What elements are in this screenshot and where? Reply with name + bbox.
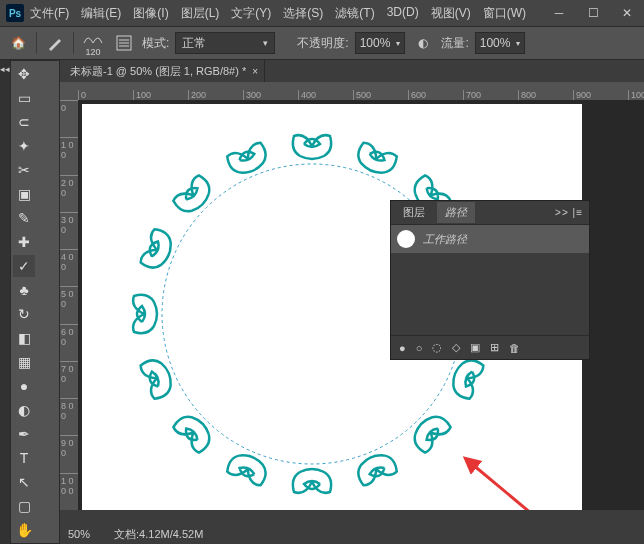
delete-path-icon[interactable]: 🗑 — [509, 342, 520, 354]
history-brush-tool[interactable]: ↻ — [13, 303, 35, 325]
shape-tool[interactable]: ▢ — [13, 495, 35, 517]
crop-tool[interactable]: ✂ — [13, 159, 35, 181]
options-bar: 🏠 120 模式: 正常 不透明度: 100% ◐ 流量: 100% — [0, 26, 644, 60]
panel-menu-icon[interactable]: >> |≡ — [555, 207, 583, 218]
brush-size-label: 120 — [85, 47, 100, 57]
maximize-button[interactable]: ☐ — [576, 0, 610, 26]
close-button[interactable]: ✕ — [610, 0, 644, 26]
menu-type[interactable]: 文字(Y) — [231, 5, 271, 22]
hand-tool[interactable]: ✋ — [13, 519, 35, 541]
minimize-button[interactable]: ─ — [542, 0, 576, 26]
titlebar: Ps 文件(F) 编辑(E) 图像(I) 图层(L) 文字(Y) 选择(S) 滤… — [0, 0, 644, 26]
frame-tool[interactable]: ▣ — [13, 183, 35, 205]
path-thumbnail — [397, 230, 415, 248]
magic-wand-tool[interactable]: ✦ — [13, 135, 35, 157]
toolbox: ✥ ▭ ⊂ ✦ ✂ ▣ ✎ ✚ ✓ ♣ ↻ ◧ ▦ ● ◐ ✒ T ↖ ▢ ✋ … — [10, 60, 60, 544]
menu-select[interactable]: 选择(S) — [283, 5, 323, 22]
stroke-path-icon[interactable]: ○ — [416, 342, 423, 354]
path-select-tool[interactable]: ↖ — [13, 471, 35, 493]
zoom-level[interactable]: 50% — [68, 528, 90, 540]
brush-preview[interactable]: 120 — [80, 29, 106, 57]
fill-path-icon[interactable]: ● — [399, 342, 406, 354]
home-icon[interactable]: 🏠 — [6, 31, 30, 55]
eyedropper-tool[interactable]: ✎ — [13, 207, 35, 229]
path-to-selection-icon[interactable]: ◌ — [432, 341, 442, 354]
menu-3d[interactable]: 3D(D) — [387, 5, 419, 22]
menu-window[interactable]: 窗口(W) — [483, 5, 526, 22]
healing-tool[interactable]: ✚ — [13, 231, 35, 253]
menu-view[interactable]: 视图(V) — [431, 5, 471, 22]
eraser-tool[interactable]: ◧ — [13, 327, 35, 349]
flow-label: 流量: — [441, 35, 468, 52]
type-tool[interactable]: T — [13, 447, 35, 469]
opacity-label: 不透明度: — [297, 35, 348, 52]
gradient-tool[interactable]: ▦ — [13, 351, 35, 373]
tool-preset-icon[interactable] — [43, 31, 67, 55]
paths-panel[interactable]: 图层 路径 >> |≡ 工作路径 ● ○ ◌ ◇ ▣ ⊞ 🗑 — [390, 200, 590, 360]
brush-settings-icon[interactable] — [112, 31, 136, 55]
path-name: 工作路径 — [423, 232, 467, 247]
ruler-vertical[interactable]: 01 0 02 0 03 0 04 0 05 0 06 0 07 0 08 0 … — [60, 100, 78, 510]
opacity-field[interactable]: 100% — [355, 32, 406, 54]
document-tab-title: 未标题-1 @ 50% (图层 1, RGB/8#) * — [70, 64, 246, 79]
dodge-tool[interactable]: ◐ — [13, 399, 35, 421]
app-logo: Ps — [6, 4, 24, 22]
ruler-horizontal[interactable]: 01002003004005006007008009001000 — [60, 82, 644, 100]
blur-tool[interactable]: ● — [13, 375, 35, 397]
scrollbar-horizontal[interactable] — [60, 510, 644, 524]
pressure-opacity-icon[interactable]: ◐ — [411, 31, 435, 55]
mode-label: 模式: — [142, 35, 169, 52]
flow-field[interactable]: 100% — [475, 32, 526, 54]
document-tabs: 未标题-1 @ 50% (图层 1, RGB/8#) * × — [60, 60, 644, 82]
new-path-icon[interactable]: ⊞ — [490, 341, 499, 354]
paths-footer: ● ○ ◌ ◇ ▣ ⊞ 🗑 — [391, 335, 589, 359]
pen-tool[interactable]: ✒ — [13, 423, 35, 445]
document-tab[interactable]: 未标题-1 @ 50% (图层 1, RGB/8#) * × — [64, 60, 265, 82]
blend-mode-select[interactable]: 正常 — [175, 32, 275, 54]
left-dock-toggle[interactable]: ◂◂ — [0, 60, 10, 544]
brush-tool[interactable]: ✓ — [13, 255, 35, 277]
path-item[interactable]: 工作路径 — [391, 225, 589, 253]
menu-edit[interactable]: 编辑(E) — [81, 5, 121, 22]
layers-tab[interactable]: 图层 — [397, 202, 431, 223]
lasso-tool[interactable]: ⊂ — [13, 111, 35, 133]
doc-info[interactable]: 文档:4.12M/4.52M — [114, 527, 203, 542]
main-menu: 文件(F) 编辑(E) 图像(I) 图层(L) 文字(Y) 选择(S) 滤镜(T… — [30, 5, 542, 22]
marquee-tool[interactable]: ▭ — [13, 87, 35, 109]
menu-file[interactable]: 文件(F) — [30, 5, 69, 22]
menu-image[interactable]: 图像(I) — [133, 5, 168, 22]
paths-tab[interactable]: 路径 — [437, 202, 475, 223]
add-mask-icon[interactable]: ▣ — [470, 341, 480, 354]
move-tool[interactable]: ✥ — [13, 63, 35, 85]
tab-close-icon[interactable]: × — [252, 66, 258, 77]
menu-filter[interactable]: 滤镜(T) — [335, 5, 374, 22]
menu-layer[interactable]: 图层(L) — [181, 5, 220, 22]
status-bar: 50% 文档:4.12M/4.52M — [60, 524, 644, 544]
window-controls: ─ ☐ ✕ — [542, 0, 644, 26]
selection-to-path-icon[interactable]: ◇ — [452, 341, 460, 354]
stamp-tool[interactable]: ♣ — [13, 279, 35, 301]
